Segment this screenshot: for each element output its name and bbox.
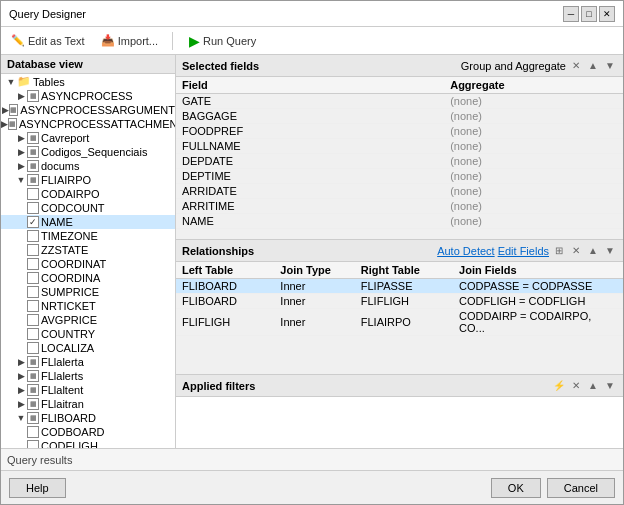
- tree-item-fllaitran[interactable]: ▶ ▦ FLlaitran: [1, 397, 175, 411]
- close-selected-fields-btn[interactable]: ✕: [569, 59, 583, 73]
- filter-icon[interactable]: ⚡: [552, 379, 566, 393]
- auto-detect-link[interactable]: Auto Detect: [437, 245, 494, 257]
- tree-item-codboard[interactable]: CODBOARD: [1, 425, 175, 439]
- expand-docums-icon[interactable]: ▶: [15, 160, 27, 172]
- minimize-button[interactable]: ─: [563, 6, 579, 22]
- expand-tables-icon[interactable]: ▼: [5, 76, 17, 88]
- tree-item-nrticket[interactable]: NRTICKET: [1, 299, 175, 313]
- check-country[interactable]: [27, 328, 39, 340]
- fields-table-container[interactable]: Field Aggregate GATE (none) BAGGAGE: [176, 77, 623, 237]
- import-icon: 📥: [101, 34, 115, 48]
- expand-fllaitran-icon[interactable]: ▶: [15, 398, 27, 410]
- maximize-button[interactable]: □: [581, 6, 597, 22]
- table-icon-codigos: ▦: [27, 146, 39, 158]
- check-codboard[interactable]: [27, 426, 39, 438]
- tree-item-sumprice[interactable]: SUMPRICE: [1, 285, 175, 299]
- field-row-arridate[interactable]: ARRIDATE (none): [176, 184, 623, 199]
- expand-asyncprocess-icon[interactable]: ▶: [15, 90, 27, 102]
- tree-item-fllaltent[interactable]: ▶ ▦ FLlaltent: [1, 383, 175, 397]
- check-codairpo[interactable]: [27, 188, 39, 200]
- rel-row-2[interactable]: FLIBOARD Inner FLIFLIGH CODFLIGH = CODFL…: [176, 294, 623, 309]
- check-coordina[interactable]: [27, 272, 39, 284]
- rel-up-btn[interactable]: ▲: [586, 244, 600, 258]
- rel-close-btn[interactable]: ✕: [569, 244, 583, 258]
- rel-icon-btn1[interactable]: ⊞: [552, 244, 566, 258]
- tree-item-coordinat[interactable]: COORDINAT: [1, 257, 175, 271]
- selected-fields-header: Selected fields Group and Aggregate ✕ ▲ …: [176, 55, 623, 77]
- expand-fllalerta-icon[interactable]: ▶: [15, 356, 27, 368]
- tree-item-localiza[interactable]: LOCALIZA: [1, 341, 175, 355]
- filter-close-btn[interactable]: ✕: [569, 379, 583, 393]
- selected-fields-area: Selected fields Group and Aggregate ✕ ▲ …: [176, 55, 623, 240]
- filter-up-btn[interactable]: ▲: [586, 379, 600, 393]
- rel-row-3[interactable]: FLIFLIGH Inner FLIAIRPO CODDAIRP = CODAI…: [176, 309, 623, 336]
- edit-as-text-button[interactable]: ✏️ Edit as Text: [7, 32, 89, 50]
- check-sumprice[interactable]: [27, 286, 39, 298]
- field-row-deptime[interactable]: DEPTIME (none): [176, 169, 623, 184]
- tree-item-codigos[interactable]: ▶ ▦ Codigos_Sequenciais: [1, 145, 175, 159]
- import-button[interactable]: 📥 Import...: [97, 32, 162, 50]
- check-timezone[interactable]: [27, 230, 39, 242]
- tree-item-country[interactable]: COUNTRY: [1, 327, 175, 341]
- field-row-arritime[interactable]: ARRITIME (none): [176, 199, 623, 214]
- check-name[interactable]: ✓: [27, 216, 39, 228]
- tree-item-codairpo[interactable]: CODAIRPO: [1, 187, 175, 201]
- title-bar-controls: ─ □ ✕: [563, 6, 615, 22]
- expand-asyncprocessattachments-icon[interactable]: ▶: [1, 118, 8, 130]
- tree-item-cavreport[interactable]: ▶ ▦ Cavreport: [1, 131, 175, 145]
- expand-cavreport-icon[interactable]: ▶: [15, 132, 27, 144]
- tree-item-timezone[interactable]: TIMEZONE: [1, 229, 175, 243]
- rel-row-1[interactable]: FLIBOARD Inner FLIPASSE CODPASSE = CODPA…: [176, 279, 623, 294]
- tree-root-tables[interactable]: ▼ 📁 Tables: [1, 74, 175, 89]
- down-selected-fields-btn[interactable]: ▼: [603, 59, 617, 73]
- check-avgprice[interactable]: [27, 314, 39, 326]
- up-selected-fields-btn[interactable]: ▲: [586, 59, 600, 73]
- help-button[interactable]: Help: [9, 478, 66, 498]
- expand-fllaltent-icon[interactable]: ▶: [15, 384, 27, 396]
- edit-fields-link[interactable]: Edit Fields: [498, 245, 549, 257]
- tree-item-fllalerts[interactable]: ▶ ▦ FLlalerts: [1, 369, 175, 383]
- run-query-button[interactable]: ▶ Run Query: [183, 31, 262, 51]
- expand-codigos-icon[interactable]: ▶: [15, 146, 27, 158]
- field-row-baggage[interactable]: BAGGAGE (none): [176, 109, 623, 124]
- tree-item-fllalerta[interactable]: ▶ ▦ FLlalerta: [1, 355, 175, 369]
- tree-scroll[interactable]: ▼ 📁 Tables ▶ ▦ ASYNCPROCESS ▶ ▦ ASYNCPRO…: [1, 74, 175, 448]
- field-row-fullname[interactable]: FULLNAME (none): [176, 139, 623, 154]
- tables-folder-icon: 📁: [17, 75, 31, 88]
- relationships-table-container[interactable]: Left Table Join Type Right Table Join Fi…: [176, 262, 623, 374]
- tree-item-codcount[interactable]: CODCOUNT: [1, 201, 175, 215]
- expand-fliboard-icon[interactable]: ▼: [15, 412, 27, 424]
- tree-item-codfligh[interactable]: CODFLIGH: [1, 439, 175, 448]
- field-row-foodpref[interactable]: FOODPREF (none): [176, 124, 623, 139]
- tree-item-zzstate[interactable]: ZZSTATE: [1, 243, 175, 257]
- field-row-depdate[interactable]: DEPDATE (none): [176, 154, 623, 169]
- tree-item-avgprice[interactable]: AVGPRICE: [1, 313, 175, 327]
- relationships-header: Relationships Auto Detect Edit Fields ⊞ …: [176, 240, 623, 262]
- rel-down-btn[interactable]: ▼: [603, 244, 617, 258]
- cancel-button[interactable]: Cancel: [547, 478, 615, 498]
- check-codcount[interactable]: [27, 202, 39, 214]
- ok-button[interactable]: OK: [491, 478, 541, 498]
- tree-item-fliairpo[interactable]: ▼ ▦ FLIAIRPO: [1, 173, 175, 187]
- field-row-gate[interactable]: GATE (none): [176, 94, 623, 109]
- tree-item-asyncprocessargument[interactable]: ▶ ▦ ASYNCPROCESSARGUMENT: [1, 103, 175, 117]
- table-icon-fliairpo: ▦: [27, 174, 39, 186]
- check-localiza[interactable]: [27, 342, 39, 354]
- rel-fields-2: CODFLIGH = CODFLIGH: [453, 294, 623, 309]
- expand-asyncprocessargument-icon[interactable]: ▶: [2, 104, 9, 116]
- tree-item-coordina[interactable]: COORDINA: [1, 271, 175, 285]
- check-nrticket[interactable]: [27, 300, 39, 312]
- tree-item-docums[interactable]: ▶ ▦ docums: [1, 159, 175, 173]
- check-zzstate[interactable]: [27, 244, 39, 256]
- expand-fllalerts-icon[interactable]: ▶: [15, 370, 27, 382]
- check-codfligh[interactable]: [27, 440, 39, 448]
- field-row-name[interactable]: NAME (none): [176, 214, 623, 229]
- filter-down-btn[interactable]: ▼: [603, 379, 617, 393]
- check-coordinat[interactable]: [27, 258, 39, 270]
- tree-item-asyncprocess[interactable]: ▶ ▦ ASYNCPROCESS: [1, 89, 175, 103]
- tree-item-name[interactable]: ✓ NAME: [1, 215, 175, 229]
- close-button[interactable]: ✕: [599, 6, 615, 22]
- tree-item-asyncprocessattachments[interactable]: ▶ ▦ ASYNCPROCESSATTACHMENTS: [1, 117, 175, 131]
- expand-fliairpo-icon[interactable]: ▼: [15, 174, 27, 186]
- tree-item-fliboard[interactable]: ▼ ▦ FLIBOARD: [1, 411, 175, 425]
